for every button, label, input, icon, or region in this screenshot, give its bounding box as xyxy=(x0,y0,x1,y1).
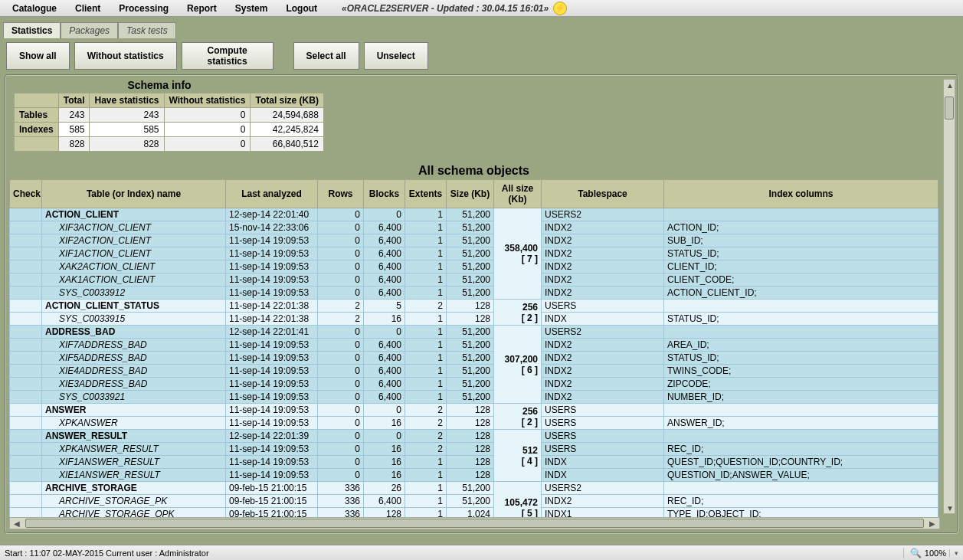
check-cell[interactable] xyxy=(10,260,42,273)
show-all-button[interactable]: Show all xyxy=(6,42,70,70)
objects-header[interactable]: Last analyzed xyxy=(226,180,318,208)
table-row[interactable]: XPKANSWER_RESULT11-sep-14 19:09:53016212… xyxy=(10,443,938,456)
check-cell[interactable] xyxy=(10,313,42,326)
object-name-cell: XIF5ADDRESS_BAD xyxy=(42,352,226,365)
check-cell[interactable] xyxy=(10,391,42,404)
horizontal-scroll-thumb[interactable] xyxy=(25,519,924,528)
check-cell[interactable] xyxy=(10,365,42,378)
table-row[interactable]: XIF1ANSWER_RESULT11-sep-14 19:09:5301611… xyxy=(10,456,938,469)
extents-cell: 1 xyxy=(405,339,447,352)
object-name-cell: XPKANSWER xyxy=(42,417,226,430)
table-row[interactable]: SYS_C003392111-sep-14 19:09:5306,400151,… xyxy=(10,391,938,404)
objects-header[interactable]: Size (Kb) xyxy=(447,180,494,208)
objects-header[interactable]: Tablespace xyxy=(542,180,664,208)
vertical-scrollbar[interactable]: ▲ ▼ xyxy=(943,79,955,514)
menu-logout[interactable]: Logout xyxy=(277,1,326,16)
tablespace-cell: USERS xyxy=(542,417,664,430)
objects-header[interactable]: Index columns xyxy=(664,180,938,208)
table-row[interactable]: XIE4ADDRESS_BAD11-sep-14 19:09:5306,4001… xyxy=(10,365,938,378)
size-cell: 128 xyxy=(447,404,494,417)
table-row[interactable]: ANSWER_RESULT12-sep-14 22:01:39002128512… xyxy=(10,430,938,443)
check-cell[interactable] xyxy=(10,300,42,313)
table-row[interactable]: XIE1ANSWER_RESULT11-sep-14 19:09:5301611… xyxy=(10,469,938,482)
check-cell[interactable] xyxy=(10,352,42,365)
scroll-up-icon[interactable]: ▲ xyxy=(945,80,955,90)
scroll-down-icon[interactable]: ▼ xyxy=(945,503,955,513)
check-cell[interactable] xyxy=(10,221,42,234)
check-cell[interactable] xyxy=(10,208,42,221)
objects-header[interactable]: Check xyxy=(10,180,42,208)
check-cell[interactable] xyxy=(10,482,42,495)
table-row[interactable]: ACTION_CLIENT_STATUS11-sep-14 22:01:3825… xyxy=(10,300,938,313)
tab-packages[interactable]: Packages xyxy=(61,22,118,38)
bolt-icon[interactable]: ⚡ xyxy=(553,2,567,15)
table-row[interactable]: SYS_C003391211-sep-14 19:09:5306,400151,… xyxy=(10,287,938,300)
table-row[interactable]: ARCHIVE_STORAGE09-feb-15 21:00:153362615… xyxy=(10,482,938,495)
table-row[interactable]: XIF7ADDRESS_BAD11-sep-14 19:09:5306,4001… xyxy=(10,339,938,352)
table-row[interactable]: XAK2ACTION_CLIENT11-sep-14 19:09:5306,40… xyxy=(10,260,938,273)
schema-info-row-label xyxy=(15,137,59,152)
table-row[interactable]: XIF5ADDRESS_BAD11-sep-14 19:09:5306,4001… xyxy=(10,352,938,365)
objects-header[interactable]: Extents xyxy=(405,180,447,208)
check-cell[interactable] xyxy=(10,378,42,391)
menu-system[interactable]: System xyxy=(226,1,277,16)
scroll-right-icon[interactable]: ▶ xyxy=(927,518,938,529)
vertical-scroll-thumb[interactable] xyxy=(945,97,954,120)
schema-info-cell: 828 xyxy=(58,137,90,152)
menu-report[interactable]: Report xyxy=(178,1,226,16)
check-cell[interactable] xyxy=(10,469,42,482)
select-all-button[interactable]: Select all xyxy=(293,42,359,70)
rows-cell: 0 xyxy=(318,443,364,456)
objects-header[interactable]: Blocks xyxy=(364,180,405,208)
tablespace-cell: INDX xyxy=(542,313,664,326)
tab-task-tests[interactable]: Task tests xyxy=(118,22,176,38)
menu-catalogue[interactable]: Catalogue xyxy=(3,1,66,16)
without-statistics-button[interactable]: Without statistics xyxy=(74,42,177,70)
rows-cell: 0 xyxy=(318,391,364,404)
last-analyzed-cell: 11-sep-14 22:01:38 xyxy=(226,313,318,326)
objects-header[interactable]: All size (Kb) xyxy=(494,180,542,208)
compute-statistics-button[interactable]: Compute statistics xyxy=(182,42,274,70)
table-row[interactable]: SYS_C003391511-sep-14 22:01:382161128IND… xyxy=(10,313,938,326)
table-row[interactable]: XIF2ACTION_CLIENT11-sep-14 19:09:5306,40… xyxy=(10,234,938,247)
extents-cell: 1 xyxy=(405,456,447,469)
table-row[interactable]: XIE3ADDRESS_BAD11-sep-14 19:09:5306,4001… xyxy=(10,378,938,391)
table-row[interactable]: XPKANSWER11-sep-14 19:09:530162128USERSA… xyxy=(10,417,938,430)
tab-statistics[interactable]: Statistics xyxy=(3,22,61,38)
unselect-button[interactable]: Unselect xyxy=(364,42,428,70)
table-row[interactable]: ARCHIVE_STORAGE_PK09-feb-15 21:00:153366… xyxy=(10,495,938,508)
menu-client[interactable]: Client xyxy=(66,1,110,16)
table-row[interactable]: ACTION_CLIENT12-sep-14 22:01:4000151,200… xyxy=(10,208,938,221)
index-columns-cell: SUB_ID; xyxy=(664,234,938,247)
check-cell[interactable] xyxy=(10,404,42,417)
horizontal-scrollbar[interactable]: ◀ ▶ xyxy=(9,517,940,529)
check-cell[interactable] xyxy=(10,417,42,430)
size-cell: 128 xyxy=(447,443,494,456)
check-cell[interactable] xyxy=(10,339,42,352)
table-row[interactable]: XIF1ACTION_CLIENT11-sep-14 19:09:5306,40… xyxy=(10,247,938,260)
check-cell[interactable] xyxy=(10,234,42,247)
table-row[interactable]: XIF3ACTION_CLIENT15-nov-14 22:33:0606,40… xyxy=(10,221,938,234)
check-cell[interactable] xyxy=(10,443,42,456)
check-cell[interactable] xyxy=(10,456,42,469)
extents-cell: 1 xyxy=(405,260,447,273)
object-name-cell: SYS_C0033921 xyxy=(42,391,226,404)
check-cell[interactable] xyxy=(10,247,42,260)
schema-info-row-label: Indexes xyxy=(15,123,59,137)
check-cell[interactable] xyxy=(10,273,42,287)
check-cell[interactable] xyxy=(10,495,42,508)
size-cell: 128 xyxy=(447,417,494,430)
scroll-left-icon[interactable]: ◀ xyxy=(11,518,22,529)
index-columns-cell xyxy=(664,404,938,417)
table-row[interactable]: ADDRESS_BAD12-sep-14 22:01:4100151,20030… xyxy=(10,326,938,339)
table-row[interactable]: ANSWER11-sep-14 19:09:53002128256 [ 2 ]U… xyxy=(10,404,938,417)
objects-header[interactable]: Rows xyxy=(318,180,364,208)
check-cell[interactable] xyxy=(10,326,42,339)
check-cell[interactable] xyxy=(10,287,42,300)
objects-header[interactable]: Table (or Index) name xyxy=(42,180,226,208)
menu-processing[interactable]: Processing xyxy=(110,1,178,16)
last-analyzed-cell: 11-sep-14 19:09:53 xyxy=(226,378,318,391)
rows-cell: 0 xyxy=(318,247,364,260)
check-cell[interactable] xyxy=(10,430,42,443)
table-row[interactable]: XAK1ACTION_CLIENT11-sep-14 19:09:5306,40… xyxy=(10,273,938,287)
